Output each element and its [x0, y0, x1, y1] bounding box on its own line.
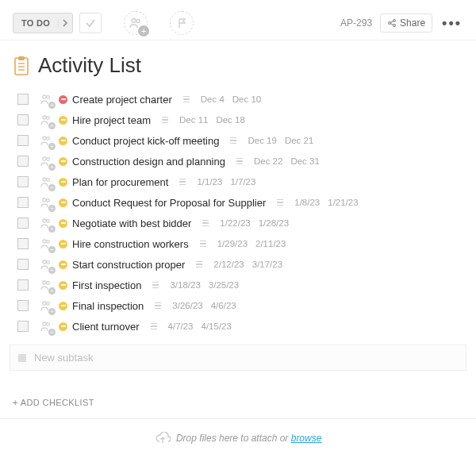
assignee-icon[interactable]: + — [40, 114, 52, 126]
task-row[interactable]: +Negotiate with best bidder1/22/231/28/2… — [3, 213, 473, 233]
add-priority-button[interactable] — [170, 11, 194, 35]
task-dates[interactable]: 3/18/233/25/23 — [152, 280, 239, 290]
task-end-date: Dec 18 — [216, 115, 244, 125]
assignee-icon[interactable]: + — [40, 320, 52, 333]
assignee-icon[interactable]: + — [40, 217, 52, 229]
task-name[interactable]: Hire project team — [72, 114, 151, 126]
drag-icon — [277, 199, 283, 206]
svg-point-24 — [43, 240, 46, 243]
status-dot[interactable] — [59, 137, 67, 145]
task-checkbox[interactable] — [17, 218, 29, 229]
task-end-date: Dec 21 — [285, 136, 313, 145]
task-dates[interactable]: 1/29/232/11/23 — [200, 239, 286, 248]
task-checkbox[interactable] — [17, 114, 29, 125]
task-name[interactable]: Hire construction workers — [72, 238, 189, 250]
task-row[interactable]: +Conduct Request for Proposal for Suppli… — [3, 192, 473, 213]
assignee-icon[interactable]: + — [40, 299, 52, 312]
assignee-icon[interactable]: + — [40, 279, 52, 291]
task-dates[interactable]: Dec 19Dec 21 — [230, 136, 313, 145]
new-subtask-input[interactable]: New subtask — [10, 345, 466, 371]
status-dot[interactable] — [59, 198, 67, 207]
task-name[interactable]: Create project charter — [72, 94, 172, 106]
assignee-icon[interactable]: + — [40, 237, 52, 250]
task-row[interactable]: +Conduct project kick-off meetingDec 19D… — [3, 130, 473, 151]
status-dot[interactable] — [59, 240, 67, 248]
status-dot[interactable] — [59, 302, 67, 310]
status-button[interactable]: TO DO — [13, 13, 73, 33]
task-name[interactable]: Final inspection — [72, 300, 144, 312]
task-dates[interactable]: Dec 4Dec 10 — [183, 94, 261, 104]
task-end-date: 3/17/23 — [252, 260, 282, 269]
task-row[interactable]: +Client turnover4/7/234/15/23 — [3, 316, 473, 337]
task-row[interactable]: +Hire construction workers1/29/232/11/23 — [3, 233, 473, 254]
task-row[interactable]: +Hire project teamDec 11Dec 18 — [3, 110, 473, 130]
share-button-label: Share — [400, 17, 425, 29]
task-checkbox[interactable] — [17, 321, 29, 332]
task-name[interactable]: Start construction proper — [72, 259, 185, 271]
task-checkbox[interactable] — [17, 259, 29, 270]
status-dropdown-icon[interactable] — [58, 19, 72, 27]
task-checkbox[interactable] — [17, 300, 29, 311]
status-dot[interactable] — [59, 219, 67, 228]
task-list: +Create project charterDec 4Dec 10+Hire … — [0, 84, 476, 338]
task-checkbox[interactable] — [17, 279, 29, 291]
ticket-id[interactable]: AP-293 — [340, 17, 372, 29]
task-checkbox[interactable] — [17, 176, 29, 187]
task-name[interactable]: Conduct Request for Proposal for Supplie… — [72, 197, 266, 209]
browse-link[interactable]: browse — [291, 433, 322, 444]
task-dates[interactable]: Dec 11Dec 18 — [162, 115, 245, 125]
task-end-date: Dec 31 — [290, 156, 319, 166]
task-name[interactable]: Plan for procurement — [72, 176, 168, 188]
status-dot[interactable] — [59, 281, 67, 290]
task-row[interactable]: +First inspection3/18/233/25/23 — [3, 275, 473, 295]
task-dates[interactable]: 1/8/231/21/23 — [277, 198, 358, 207]
share-button[interactable]: Share — [380, 13, 432, 33]
status-dot[interactable] — [59, 95, 67, 104]
task-checkbox[interactable] — [17, 156, 29, 167]
status-dot[interactable] — [59, 116, 67, 125]
task-checkbox[interactable] — [17, 197, 29, 208]
task-dates[interactable]: 4/7/234/15/23 — [151, 321, 232, 331]
task-row[interactable]: +Plan for procurement1/1/231/7/23 — [3, 171, 473, 192]
assignee-icon[interactable]: + — [40, 175, 52, 188]
page-title[interactable]: Activity List — [38, 53, 141, 78]
task-dates[interactable]: 1/1/231/7/23 — [179, 177, 255, 187]
task-checkbox[interactable] — [17, 238, 29, 249]
mark-complete-button[interactable] — [79, 13, 102, 33]
task-name[interactable]: Construction design and planning — [72, 156, 225, 167]
assignee-icon[interactable]: + — [40, 93, 52, 106]
svg-point-20 — [43, 198, 46, 202]
task-row[interactable]: +Construction design and planningDec 22D… — [3, 151, 473, 171]
assignee-icon[interactable]: + — [40, 134, 52, 147]
task-dates[interactable]: 3/26/234/6/23 — [155, 301, 236, 310]
file-dropzone[interactable]: Drop files here to attach or browse — [0, 418, 476, 455]
task-name[interactable]: Conduct project kick-off meeting — [72, 135, 219, 147]
task-row[interactable]: +Create project charterDec 4Dec 10 — [3, 89, 473, 110]
task-dates[interactable]: 1/22/231/28/23 — [202, 218, 289, 228]
task-dates[interactable]: 2/12/233/17/23 — [196, 260, 282, 269]
new-subtask-placeholder: New subtask — [34, 352, 93, 364]
task-checkbox[interactable] — [17, 135, 29, 146]
task-name[interactable]: Negotiate with best bidder — [72, 218, 191, 229]
add-assignee-button[interactable]: + — [124, 11, 148, 35]
assignee-icon[interactable]: + — [40, 196, 52, 209]
task-name[interactable]: Client turnover — [72, 321, 140, 333]
task-name[interactable]: First inspection — [72, 279, 141, 291]
task-dates[interactable]: Dec 22Dec 31 — [236, 156, 320, 166]
assignee-icon[interactable]: + — [40, 258, 52, 271]
status-dot[interactable] — [59, 322, 67, 331]
square-icon — [18, 354, 26, 362]
task-end-date: 4/15/23 — [202, 321, 232, 331]
svg-point-33 — [47, 323, 50, 326]
status-dot[interactable] — [59, 178, 67, 187]
more-menu-button[interactable]: ••• — [440, 15, 463, 32]
plus-icon: + — [138, 25, 149, 37]
task-start-date: 3/18/23 — [170, 280, 200, 290]
task-row[interactable]: +Final inspection3/26/234/6/23 — [3, 295, 473, 316]
add-checklist-button[interactable]: + ADD CHECKLIST — [0, 374, 476, 418]
task-checkbox[interactable] — [17, 94, 29, 105]
status-dot[interactable] — [59, 260, 67, 269]
assignee-icon[interactable]: + — [40, 155, 52, 167]
status-dot[interactable] — [59, 157, 67, 166]
task-row[interactable]: +Start construction proper2/12/233/17/23 — [3, 254, 473, 275]
